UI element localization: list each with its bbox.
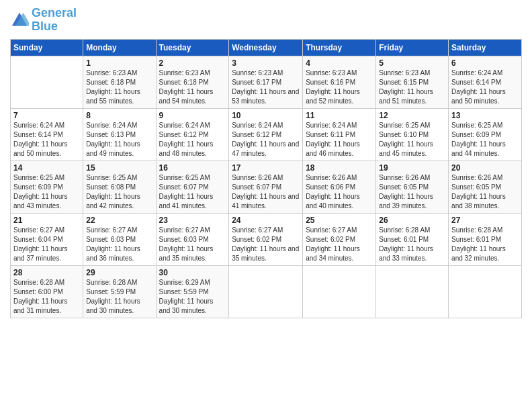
day-cell: 29Sunrise: 6:28 AMSunset: 5:59 PMDayligh… [83, 265, 156, 318]
day-number: 5 [379, 58, 445, 68]
week-row-0: 1Sunrise: 6:23 AMSunset: 6:18 PMDaylight… [11, 56, 522, 108]
day-cell: 25Sunrise: 6:27 AMSunset: 6:02 PMDayligh… [303, 213, 376, 265]
day-cell [376, 265, 449, 318]
week-row-4: 28Sunrise: 6:28 AMSunset: 6:00 PMDayligh… [11, 265, 522, 318]
week-row-3: 21Sunrise: 6:27 AMSunset: 6:04 PMDayligh… [11, 213, 522, 265]
day-cell: 20Sunrise: 6:26 AMSunset: 6:05 PMDayligh… [449, 161, 522, 213]
day-number: 24 [232, 216, 300, 225]
day-cell [449, 265, 522, 318]
day-number: 15 [86, 163, 152, 173]
day-cell: 21Sunrise: 6:27 AMSunset: 6:04 PMDayligh… [11, 213, 83, 265]
day-info: Sunrise: 6:26 AMSunset: 6:06 PMDaylight:… [306, 173, 373, 211]
day-number: 20 [451, 163, 519, 173]
day-info: Sunrise: 6:27 AMSunset: 6:02 PMDaylight:… [232, 226, 300, 263]
logo-text: General Blue [32, 7, 77, 34]
day-info: Sunrise: 6:24 AMSunset: 6:12 PMDaylight:… [159, 121, 226, 158]
day-number: 9 [159, 111, 226, 120]
day-number: 8 [86, 111, 152, 120]
day-number: 10 [232, 111, 300, 120]
day-info: Sunrise: 6:28 AMSunset: 6:01 PMDaylight:… [451, 226, 519, 263]
day-info: Sunrise: 6:28 AMSunset: 6:00 PMDaylight:… [13, 278, 80, 316]
header-cell-friday: Friday [376, 39, 449, 56]
day-cell: 13Sunrise: 6:25 AMSunset: 6:09 PMDayligh… [449, 108, 522, 161]
day-info: Sunrise: 6:27 AMSunset: 6:04 PMDaylight:… [13, 226, 80, 263]
day-number: 22 [86, 216, 152, 225]
day-number: 12 [379, 111, 445, 120]
day-number: 26 [379, 216, 445, 225]
day-cell: 7Sunrise: 6:24 AMSunset: 6:14 PMDaylight… [11, 108, 83, 161]
calendar-header: SundayMondayTuesdayWednesdayThursdayFrid… [11, 39, 522, 56]
day-cell: 3Sunrise: 6:23 AMSunset: 6:17 PMDaylight… [229, 56, 303, 108]
day-cell: 26Sunrise: 6:28 AMSunset: 6:01 PMDayligh… [376, 213, 449, 265]
day-number: 4 [306, 58, 373, 68]
day-number: 18 [306, 163, 373, 173]
day-number: 28 [13, 268, 80, 277]
day-info: Sunrise: 6:23 AMSunset: 6:17 PMDaylight:… [232, 68, 300, 106]
day-number: 14 [13, 163, 80, 173]
day-info: Sunrise: 6:26 AMSunset: 6:05 PMDaylight:… [451, 173, 519, 211]
day-info: Sunrise: 6:24 AMSunset: 6:12 PMDaylight:… [232, 121, 300, 158]
day-number: 21 [13, 216, 80, 225]
day-info: Sunrise: 6:24 AMSunset: 6:14 PMDaylight:… [13, 121, 80, 158]
day-cell: 4Sunrise: 6:23 AMSunset: 6:16 PMDaylight… [303, 56, 376, 108]
week-row-1: 7Sunrise: 6:24 AMSunset: 6:14 PMDaylight… [11, 108, 522, 161]
day-cell: 23Sunrise: 6:27 AMSunset: 6:03 PMDayligh… [156, 213, 229, 265]
day-info: Sunrise: 6:24 AMSunset: 6:11 PMDaylight:… [306, 121, 373, 158]
day-info: Sunrise: 6:25 AMSunset: 6:10 PMDaylight:… [379, 121, 445, 158]
day-number: 29 [86, 268, 152, 277]
day-info: Sunrise: 6:25 AMSunset: 6:08 PMDaylight:… [86, 173, 152, 211]
day-cell: 10Sunrise: 6:24 AMSunset: 6:12 PMDayligh… [229, 108, 303, 161]
logo-icon [10, 11, 29, 30]
day-number: 6 [451, 58, 519, 68]
day-number: 2 [159, 58, 226, 68]
calendar-body: 1Sunrise: 6:23 AMSunset: 6:18 PMDaylight… [11, 56, 522, 318]
header-row: SundayMondayTuesdayWednesdayThursdayFrid… [11, 39, 522, 56]
day-cell: 6Sunrise: 6:24 AMSunset: 6:14 PMDaylight… [449, 56, 522, 108]
day-number: 7 [13, 111, 80, 120]
logo: General Blue [10, 7, 77, 34]
day-info: Sunrise: 6:23 AMSunset: 6:16 PMDaylight:… [306, 68, 373, 106]
day-cell: 18Sunrise: 6:26 AMSunset: 6:06 PMDayligh… [303, 161, 376, 213]
day-cell [11, 56, 83, 108]
day-cell: 11Sunrise: 6:24 AMSunset: 6:11 PMDayligh… [303, 108, 376, 161]
day-info: Sunrise: 6:29 AMSunset: 5:59 PMDaylight:… [159, 278, 226, 316]
day-number: 23 [159, 216, 226, 225]
day-number: 25 [306, 216, 373, 225]
day-info: Sunrise: 6:25 AMSunset: 6:09 PMDaylight:… [13, 173, 80, 211]
day-info: Sunrise: 6:27 AMSunset: 6:03 PMDaylight:… [159, 226, 226, 263]
day-info: Sunrise: 6:24 AMSunset: 6:14 PMDaylight:… [451, 68, 519, 106]
day-cell: 22Sunrise: 6:27 AMSunset: 6:03 PMDayligh… [83, 213, 156, 265]
header-cell-monday: Monday [83, 39, 156, 56]
day-cell: 9Sunrise: 6:24 AMSunset: 6:12 PMDaylight… [156, 108, 229, 161]
page: General Blue SundayMondayTuesdayWednesda… [0, 0, 532, 411]
day-cell [229, 265, 303, 318]
day-number: 17 [232, 163, 300, 173]
header: General Blue [10, 7, 522, 34]
week-row-2: 14Sunrise: 6:25 AMSunset: 6:09 PMDayligh… [11, 161, 522, 213]
day-number: 30 [159, 268, 226, 277]
day-cell: 19Sunrise: 6:26 AMSunset: 6:05 PMDayligh… [376, 161, 449, 213]
day-cell: 24Sunrise: 6:27 AMSunset: 6:02 PMDayligh… [229, 213, 303, 265]
day-info: Sunrise: 6:23 AMSunset: 6:15 PMDaylight:… [379, 68, 445, 106]
day-info: Sunrise: 6:25 AMSunset: 6:09 PMDaylight:… [451, 121, 519, 158]
day-info: Sunrise: 6:27 AMSunset: 6:02 PMDaylight:… [306, 226, 373, 263]
day-cell: 2Sunrise: 6:23 AMSunset: 6:18 PMDaylight… [156, 56, 229, 108]
day-info: Sunrise: 6:23 AMSunset: 6:18 PMDaylight:… [86, 68, 152, 106]
day-number: 13 [451, 111, 519, 120]
day-info: Sunrise: 6:26 AMSunset: 6:07 PMDaylight:… [232, 173, 300, 211]
header-cell-wednesday: Wednesday [229, 39, 303, 56]
day-cell: 8Sunrise: 6:24 AMSunset: 6:13 PMDaylight… [83, 108, 156, 161]
day-cell [303, 265, 376, 318]
header-cell-tuesday: Tuesday [156, 39, 229, 56]
header-cell-sunday: Sunday [11, 39, 83, 56]
day-info: Sunrise: 6:23 AMSunset: 6:18 PMDaylight:… [159, 68, 226, 106]
day-info: Sunrise: 6:26 AMSunset: 6:05 PMDaylight:… [379, 173, 445, 211]
day-cell: 27Sunrise: 6:28 AMSunset: 6:01 PMDayligh… [449, 213, 522, 265]
day-cell: 28Sunrise: 6:28 AMSunset: 6:00 PMDayligh… [11, 265, 83, 318]
day-number: 16 [159, 163, 226, 173]
day-info: Sunrise: 6:28 AMSunset: 6:01 PMDaylight:… [379, 226, 445, 263]
calendar-table: SundayMondayTuesdayWednesdayThursdayFrid… [10, 39, 522, 318]
day-number: 19 [379, 163, 445, 173]
day-number: 11 [306, 111, 373, 120]
day-cell: 30Sunrise: 6:29 AMSunset: 5:59 PMDayligh… [156, 265, 229, 318]
